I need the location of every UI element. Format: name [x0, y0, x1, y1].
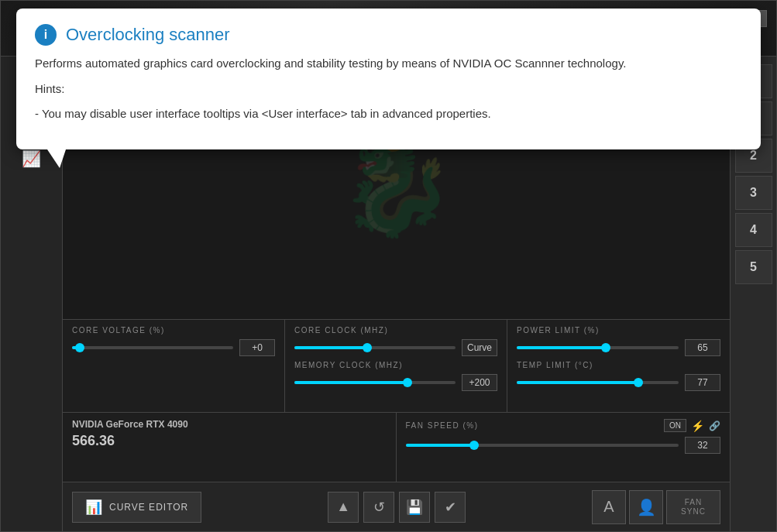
power-limit-track[interactable] [517, 346, 679, 349]
up-arrow-button[interactable]: ▲ [328, 492, 359, 523]
temp-limit-thumb[interactable] [634, 378, 643, 387]
profile-5-button[interactable]: 5 [735, 250, 772, 284]
apply-button[interactable]: ✔ [435, 492, 466, 523]
center-controls: ▲ ↺ 💾 ✔ [328, 492, 466, 523]
tooltip-arrow [47, 149, 66, 168]
controls-grid: CORE VOLTAGE (%) +0 CORE CLOCK (MHz) [63, 319, 730, 412]
profile-5-label: 5 [750, 260, 757, 274]
profile-button[interactable]: 👤 [629, 490, 663, 524]
memory-clock-thumb[interactable] [403, 378, 412, 387]
temp-limit-value[interactable]: 77 [685, 374, 720, 391]
memory-clock-label: MEMORY CLOCK (MHz) [294, 361, 497, 369]
app-window: Dein Team msi rtie spielberechtigt ⊞ — ✕… [0, 0, 777, 532]
temp-limit-fill [517, 381, 638, 384]
power-limit-fill [517, 346, 606, 349]
fan-header: FAN SPEED (%) ON ⚡ 🔗 [406, 419, 721, 432]
memory-clock-slider-row: +200 [294, 374, 497, 391]
power-limit-value[interactable]: 65 [685, 339, 720, 356]
temp-limit-label: TEMP LIMIT (°C) [517, 361, 720, 369]
core-voltage-label: CORE VOLTAGE (%) [72, 326, 275, 335]
on-off-row: ON ⚡ 🔗 [664, 419, 720, 432]
tooltip-body-line1: Performs automated graphics card overclo… [35, 55, 742, 73]
chart-icon: 📊 [85, 499, 103, 516]
text-button[interactable]: A [592, 490, 626, 524]
power-limit-thumb[interactable] [601, 343, 610, 352]
fan-speed-track[interactable] [406, 444, 679, 447]
tooltip-header: i Overclocking scanner [35, 24, 742, 46]
core-voltage-slider-row: +0 [72, 339, 275, 356]
link-icon: 🔗 [709, 420, 720, 431]
temp-limit-slider-row: 77 [517, 374, 720, 391]
profile-3-button[interactable]: 3 [735, 176, 772, 210]
fan-sync-label-1: FAN [685, 498, 702, 507]
reset-button[interactable]: ↺ [363, 492, 394, 523]
fan-speed-thumb[interactable] [469, 441, 479, 450]
tooltip-box: i Overclocking scanner Performs automate… [16, 9, 761, 149]
lightning-icon: ⚡ [691, 420, 704, 432]
info-icon: i [35, 24, 57, 46]
core-voltage-cell: CORE VOLTAGE (%) +0 [63, 320, 285, 412]
core-clock-fill [294, 346, 367, 349]
fan-slider-row: 32 [406, 437, 721, 454]
right-buttons: A 👤 FAN SYNC [592, 490, 720, 524]
fan-sync-label-2: SYNC [681, 507, 706, 517]
profile-4-button[interactable]: 4 [735, 213, 772, 247]
core-voltage-thumb[interactable] [75, 343, 84, 352]
toggle-on-button[interactable]: ON [664, 419, 686, 432]
power-limit-slider-row: 65 [517, 339, 720, 356]
power-limit-label: POWER LIMIT (%) [517, 326, 720, 335]
profile-3-label: 3 [750, 186, 757, 200]
tooltip-title: Overclocking scanner [66, 25, 230, 45]
fan-speed-label: FAN SPEED (%) [406, 421, 479, 430]
gpu-name: NVIDIA GeForce RTX 4090 [72, 419, 387, 430]
save-button[interactable]: 💾 [399, 492, 430, 523]
bottom-info: NVIDIA GeForce RTX 4090 566.36 FAN SPEED… [63, 412, 730, 482]
bottom-toolbar: 📊 CURVE EDITOR ▲ ↺ 💾 ✔ A 👤 FAN SYNC [63, 482, 730, 531]
fan-speed-fill [406, 444, 474, 447]
core-clock-label: CORE CLOCK (MHz) [294, 326, 497, 335]
core-voltage-track[interactable] [72, 346, 233, 349]
fan-sync-button[interactable]: FAN SYNC [666, 490, 720, 524]
gpu-info: NVIDIA GeForce RTX 4090 566.36 [63, 413, 397, 482]
core-clock-cell: CORE CLOCK (MHz) Curve MEMORY CLOCK (MHz… [285, 320, 507, 412]
core-clock-slider-row: Curve [294, 339, 497, 356]
tooltip-hints-line1: - You may disable user interface tooltip… [35, 105, 742, 123]
fan-info: FAN SPEED (%) ON ⚡ 🔗 32 [397, 413, 731, 482]
tooltip-body: Performs automated graphics card overclo… [35, 55, 742, 123]
core-clock-thumb[interactable] [363, 343, 372, 352]
profile-4-label: 4 [750, 223, 757, 237]
memory-clock-track[interactable] [294, 381, 456, 384]
temp-limit-track[interactable] [517, 381, 679, 384]
curve-editor-label: CURVE EDITOR [109, 502, 188, 513]
tooltip-hints-label: Hints: [35, 81, 742, 98]
gpu-value: 566.36 [72, 433, 387, 449]
core-clock-value[interactable]: Curve [462, 339, 497, 356]
profile-2-label: 2 [750, 149, 757, 163]
memory-clock-fill [294, 381, 407, 384]
fan-speed-value[interactable]: 32 [685, 437, 720, 454]
memory-clock-value[interactable]: +200 [462, 374, 497, 391]
power-temp-cell: POWER LIMIT (%) 65 TEMP LIMIT (°C) [507, 320, 730, 412]
core-clock-track[interactable] [294, 346, 456, 349]
core-voltage-value[interactable]: +0 [239, 339, 275, 356]
curve-editor-button[interactable]: 📊 CURVE EDITOR [72, 492, 201, 523]
